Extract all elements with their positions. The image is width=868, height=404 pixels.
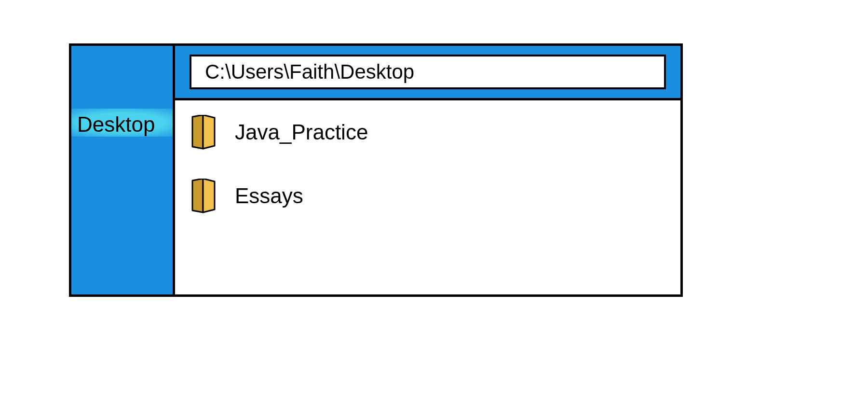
folder-item-java-practice[interactable]: Java_Practice — [190, 115, 666, 150]
folder-label: Essays — [235, 184, 303, 208]
sidebar: Desktop — [71, 46, 175, 294]
svg-marker-3 — [203, 179, 215, 212]
file-explorer-window: Desktop Java_Practice — [69, 43, 683, 297]
sidebar-item-desktop[interactable]: Desktop — [71, 110, 173, 139]
folder-item-essays[interactable]: Essays — [190, 179, 666, 213]
svg-marker-0 — [192, 115, 203, 149]
address-bar-area — [175, 46, 680, 100]
svg-marker-1 — [203, 115, 215, 149]
sidebar-item-label: Desktop — [77, 112, 155, 136]
svg-marker-2 — [192, 179, 203, 212]
folder-content-area: Java_Practice Essays — [175, 100, 680, 294]
folder-icon — [190, 179, 217, 213]
folder-icon — [190, 115, 217, 150]
folder-label: Java_Practice — [235, 120, 368, 144]
address-input[interactable] — [190, 55, 666, 89]
main-panel: Java_Practice Essays — [175, 46, 680, 294]
